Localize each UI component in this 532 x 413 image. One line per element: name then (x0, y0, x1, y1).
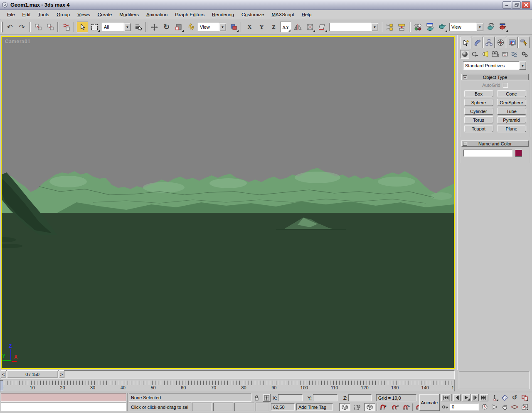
time-slider-button[interactable]: 0 / 150 (7, 370, 58, 378)
restrict-x-button[interactable]: X (244, 22, 255, 32)
object-type-box[interactable]: Box (464, 90, 493, 97)
restrict-z-button[interactable]: Z (268, 22, 279, 32)
minimize-button[interactable] (502, 1, 511, 9)
menu-modifiers[interactable]: Modifiers (116, 11, 143, 18)
object-type-cylinder[interactable]: Cylinder (464, 108, 493, 115)
render-type-dropdown[interactable]: View ▼ (449, 23, 483, 31)
menu-help[interactable]: Help (298, 11, 315, 18)
truck-camera-button[interactable] (500, 403, 509, 411)
select-and-rotate-button[interactable]: ↻ (161, 22, 172, 32)
render-last-button[interactable] (485, 22, 496, 32)
render-scene-button[interactable] (424, 22, 436, 32)
menu-group[interactable]: Group (53, 11, 74, 18)
percent-snap-toggle[interactable]: % (401, 403, 411, 411)
add-time-tag[interactable]: Add Time Tag (296, 403, 333, 411)
toolbar-grip[interactable] (1, 22, 3, 32)
menu-views[interactable]: Views (74, 11, 94, 18)
degradation-override-button[interactable] (339, 403, 350, 411)
schematic-view-button[interactable] (396, 22, 407, 32)
align-button[interactable] (316, 22, 328, 32)
select-by-name-button[interactable] (133, 22, 144, 32)
select-and-scale-button[interactable] (173, 22, 184, 32)
object-color-swatch[interactable] (515, 150, 522, 157)
crossing-selection-toggle[interactable] (352, 403, 362, 411)
redo-button[interactable]: ↷ (16, 22, 27, 32)
material-editor-button[interactable] (412, 22, 424, 32)
time-slider-prev-button[interactable]: < (0, 370, 6, 378)
tab-motion[interactable] (495, 37, 506, 48)
menu-animation[interactable]: Animation (143, 11, 171, 18)
quick-render-button[interactable] (497, 22, 508, 32)
x-coord-field[interactable] (278, 394, 303, 401)
object-type-torus[interactable]: Torus (464, 116, 493, 123)
snap-toggle-button[interactable]: 3 (379, 403, 388, 411)
object-type-pyramid[interactable]: Pyramid (497, 116, 526, 123)
selection-lock-toggle[interactable] (253, 394, 261, 402)
angle-snap-toggle[interactable] (390, 403, 400, 411)
menu-edit[interactable]: Edit (19, 11, 34, 18)
min-max-viewport-toggle[interactable] (520, 403, 529, 411)
unlink-selection-button[interactable] (44, 22, 56, 32)
menu-graph-editors[interactable]: Graph Editors (171, 11, 208, 18)
object-type-sphere[interactable]: Sphere (464, 99, 493, 106)
bind-to-spacewarp-button[interactable] (61, 22, 72, 32)
tab-modify[interactable] (472, 37, 483, 48)
restrict-xy-plane-button[interactable]: XY (280, 22, 291, 32)
next-frame-button[interactable] (471, 394, 479, 401)
region-zoom-button[interactable] (520, 394, 529, 401)
reference-coordinate-dropdown[interactable]: View ▼ (198, 23, 226, 31)
menu-maxscript[interactable]: MAXScript (268, 11, 298, 18)
time-configuration-button[interactable] (480, 403, 488, 411)
absolute-offset-toggle[interactable] (263, 394, 271, 402)
snap-toggle-3d-cube-button[interactable] (364, 403, 375, 411)
time-slider-next-button[interactable]: > (59, 370, 64, 378)
viewport-label[interactable]: Camera01 (5, 39, 30, 44)
subcat-cameras[interactable] (490, 50, 499, 59)
restore-button[interactable] (512, 1, 521, 9)
close-button[interactable] (522, 1, 530, 9)
dolly-camera-button[interactable] (490, 394, 499, 401)
tab-display[interactable] (507, 37, 518, 48)
object-type-tube[interactable]: Tube (497, 108, 526, 115)
y-coord-field[interactable] (313, 394, 337, 401)
tab-create[interactable] (460, 37, 471, 49)
field-of-view-button[interactable] (490, 403, 499, 411)
track-bar-frame-handle[interactable] (0, 380, 3, 391)
time-slider-track[interactable] (0, 370, 455, 379)
object-type-plane[interactable]: Plane (497, 125, 526, 132)
subcat-geometry[interactable] (461, 50, 469, 59)
key-mode-toggle[interactable] (441, 403, 448, 411)
name-color-rollout-header[interactable]: − Name and Color (461, 140, 529, 147)
object-type-geosphere[interactable]: GeoSphere (497, 99, 526, 106)
z-coord-field[interactable] (348, 394, 372, 401)
use-pivot-center-button[interactable] (228, 22, 239, 32)
go-to-start-button[interactable] (441, 394, 450, 401)
previous-frame-button[interactable] (453, 394, 461, 401)
maxscript-mini-listener-pink[interactable] (1, 393, 126, 402)
subcat-systems[interactable] (520, 50, 529, 59)
subcat-lights[interactable] (480, 50, 489, 59)
select-object-button[interactable] (77, 22, 88, 32)
maxscript-mini-listener-white[interactable] (1, 403, 126, 411)
select-and-manipulate-button[interactable] (185, 22, 196, 32)
subcat-helpers[interactable] (500, 50, 509, 59)
selection-filter-dropdown[interactable]: All ▼ (102, 23, 131, 31)
menu-tools[interactable]: Tools (34, 11, 53, 18)
mirror-button[interactable] (292, 22, 303, 32)
autogrid-checkbox[interactable] (503, 83, 508, 88)
select-and-move-button[interactable] (149, 22, 160, 32)
tab-hierarchy[interactable] (483, 37, 495, 48)
array-button[interactable] (304, 22, 315, 32)
zoom-extents-all-button[interactable] (500, 394, 509, 401)
quick-render-flyout-button[interactable] (436, 22, 448, 32)
subcat-spacewarps[interactable] (510, 50, 519, 59)
menu-file[interactable]: File (3, 11, 19, 18)
play-animation-button[interactable] (462, 394, 470, 401)
camera-viewport[interactable]: Z Y X Camera01 (1, 36, 455, 369)
orbit-camera-button[interactable] (510, 403, 519, 411)
rectangular-selection-region-button[interactable] (89, 22, 100, 32)
category-dropdown[interactable]: Standard Primitives ▼ (463, 61, 526, 70)
roll-camera-button[interactable]: ↺ (510, 394, 519, 401)
undo-button[interactable]: ↶ (4, 22, 15, 32)
animate-button[interactable]: Animate (419, 394, 440, 411)
